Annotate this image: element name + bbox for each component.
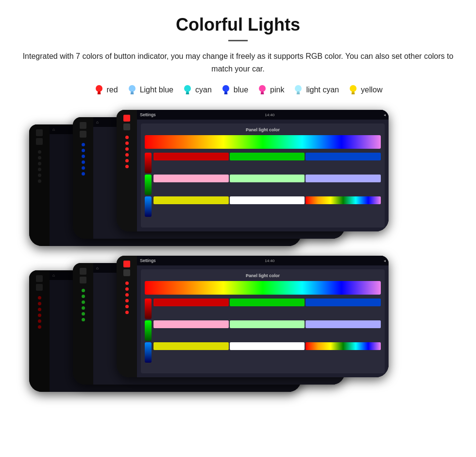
color-label-pink: pink [270, 86, 284, 94]
led-bot-b2-6 [38, 325, 41, 329]
swatch-blue-bot [306, 299, 381, 306]
bulb-yellow-icon [348, 84, 358, 96]
svg-rect-8 [186, 93, 189, 94]
color-item-yellow: yellow [348, 84, 382, 96]
icon-sq-bot-b1-1 [80, 268, 86, 275]
bulb-pink-icon [257, 84, 268, 96]
led-bot-b2-5 [38, 319, 41, 323]
rgb-bar-green [145, 175, 152, 195]
icon-sq-bot-b2-2 [36, 284, 43, 291]
description-text: Integrated with 7 colors of button indic… [19, 50, 457, 75]
svg-point-3 [129, 85, 136, 92]
swatch-blue-light-bot [306, 320, 381, 328]
status-time-front: 14:40 [265, 113, 274, 117]
led-bot-b1-6 [82, 318, 85, 321]
led-bot-b1-5 [82, 312, 85, 316]
rgb-bar-green-bot [145, 320, 152, 341]
top-device-row: ⌂ ◂ ⌂ [19, 110, 457, 251]
svg-point-18 [350, 85, 357, 92]
led-bot-front-3 [125, 293, 129, 297]
color-item-pink: pink [257, 84, 284, 96]
rainbow-strip-bot [145, 281, 381, 295]
led-bot-front-6 [125, 311, 129, 314]
left-panel-front [117, 110, 137, 231]
led-front-2 [125, 141, 129, 145]
bulb-cyan-icon [182, 84, 193, 96]
swatch-pink-light-bot [153, 320, 229, 328]
led-b1-4 [82, 160, 85, 164]
led-b2-3 [38, 162, 41, 165]
color-item-lightblue: Light blue [127, 84, 173, 96]
top-icons-b2 [36, 129, 43, 145]
led-b1-5 [82, 166, 85, 170]
swatch-green-light [230, 175, 305, 182]
svg-rect-14 [261, 93, 264, 94]
svg-rect-17 [297, 93, 300, 94]
screen-area-bot-front: Settings 14:40 ◂ Panel light color [137, 256, 389, 377]
left-panel-bot-front [117, 256, 137, 377]
page-title: Colorful Lights [19, 15, 457, 35]
color-swatches-grid [153, 153, 381, 217]
rgb-bar-blue-bot [145, 342, 152, 363]
rgb-bar-blue [145, 196, 152, 217]
swatch-yellow [153, 196, 229, 204]
icon-sq-bot-front-1 [123, 261, 130, 267]
led-bot-front-2 [125, 287, 129, 291]
svg-point-15 [295, 85, 302, 92]
svg-point-0 [96, 85, 102, 92]
led-b1-3 [82, 155, 85, 158]
svg-point-6 [184, 85, 191, 92]
led-b1-2 [82, 149, 85, 152]
top-icons-front [123, 115, 130, 130]
color-label-yellow: yellow [361, 86, 382, 94]
rgb-and-swatches [145, 153, 381, 217]
status-left-bot-b1: ⌂ [96, 266, 99, 270]
led-bot-b1-4 [82, 306, 85, 310]
left-panel-back2 [29, 124, 50, 246]
status-left-b1: ⌂ [96, 120, 99, 124]
led-b1-1 [82, 143, 85, 146]
color-swatches-grid-bot [153, 299, 381, 363]
status-back-front: ◂ [384, 113, 386, 117]
status-left-bot-b2: ⌂ [52, 273, 55, 278]
led-b2-2 [38, 156, 41, 159]
led-b2-6 [38, 179, 41, 183]
color-label-blue: blue [234, 86, 248, 94]
screen-area-front: Settings 14:40 ◂ Panel light color [137, 110, 389, 231]
status-settings-label-bot: Settings [140, 258, 156, 263]
swatch-rainbow-bot [306, 342, 381, 350]
led-bot-front-1 [125, 281, 129, 285]
swatch-white [230, 196, 305, 204]
device-card-front: Settings 14:40 ◂ Panel light color [117, 110, 389, 231]
swatch-green-bot [230, 299, 305, 306]
bottom-device-row: ⌂ ◂ ⌂ [19, 256, 457, 397]
icon-sq-front-1 [123, 115, 130, 122]
swatch-yellow-bot [153, 342, 229, 350]
led-b2-4 [38, 168, 41, 171]
swatch-red-bot [153, 299, 229, 306]
settings-panel: Panel light color [141, 123, 385, 228]
led-bot-b2-2 [38, 302, 41, 305]
led-front-3 [125, 147, 129, 151]
led-bot-b1-2 [82, 295, 85, 298]
left-panel-bot-b1 [73, 263, 93, 385]
swatch-green [230, 153, 305, 160]
title-divider [228, 40, 248, 41]
icon-sq-b2-2 [36, 138, 43, 145]
swatch-blue-light [306, 175, 381, 182]
led-b2-1 [38, 150, 41, 154]
left-panel-bot-b2 [29, 270, 50, 392]
rgb-bars-container [145, 153, 152, 217]
rainbow-strip [145, 135, 381, 149]
color-item-cyan: cyan [182, 84, 212, 96]
led-front-6 [125, 165, 129, 168]
led-front-1 [125, 136, 129, 139]
svg-rect-2 [97, 93, 101, 94]
status-bar-front: Settings 14:40 ◂ [137, 110, 389, 120]
led-front-4 [125, 153, 129, 157]
swatch-pink-light [153, 175, 229, 182]
status-time-bot: 14:40 [265, 259, 274, 263]
icon-sq-bot-b1-2 [80, 277, 86, 283]
swatch-blue [306, 153, 381, 160]
rgb-bar-red [145, 153, 152, 173]
